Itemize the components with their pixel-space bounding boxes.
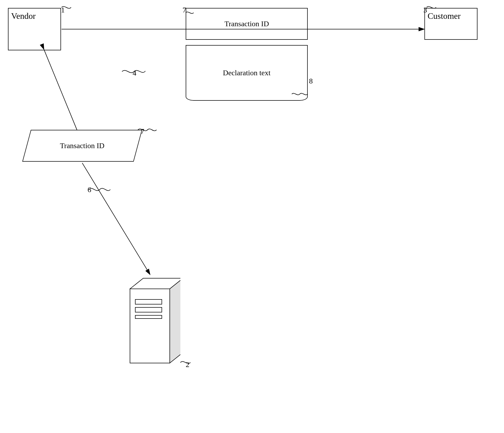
svg-marker-2 — [170, 278, 180, 363]
svg-line-9 — [44, 49, 77, 130]
diagram-container: Vendor 1 Customer 3 Transaction ID 7 Dec… — [0, 0, 504, 433]
ref-1: 1 — [61, 6, 65, 14]
customer-label: Customer — [428, 11, 460, 21]
ref-8: 8 — [309, 77, 313, 85]
declaration-label: Declaration text — [223, 69, 271, 77]
vendor-box: Vendor — [8, 8, 61, 50]
ref-2: 2 — [186, 360, 189, 369]
ref-3: 3 — [423, 6, 427, 14]
declaration-box: Declaration text — [186, 45, 308, 101]
svg-line-10 — [82, 163, 150, 274]
server-tower — [122, 273, 180, 374]
ref-7-top: 7 — [183, 6, 186, 14]
ref-6: 6 — [88, 185, 91, 194]
customer-box: Customer — [424, 8, 477, 40]
svg-rect-0 — [130, 289, 170, 363]
transaction-id-mid-label: Transaction ID — [60, 142, 105, 150]
vendor-label: Vendor — [11, 11, 36, 21]
transaction-id-box-top: Transaction ID — [186, 8, 308, 40]
ref-4: 4 — [133, 69, 136, 77]
transaction-id-parallelogram: Transaction ID — [22, 130, 142, 162]
ref-7-mid: 7 — [141, 127, 144, 136]
transaction-id-top-label: Transaction ID — [224, 20, 269, 28]
server-icon — [122, 273, 180, 374]
